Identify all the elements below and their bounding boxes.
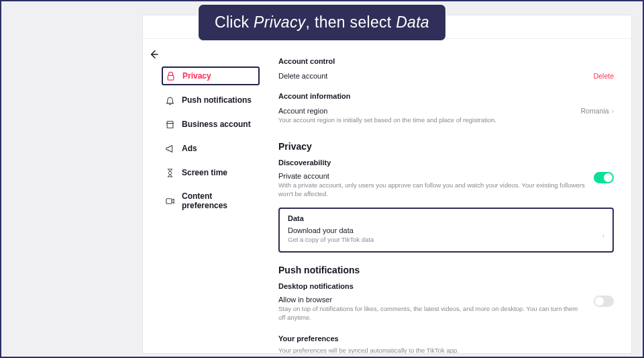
- account-region-value: Romania: [581, 107, 609, 115]
- data-heading: Data: [288, 214, 604, 222]
- lock-icon: [165, 71, 176, 81]
- download-data-desc: Get a copy of your TikTok data: [288, 236, 374, 244]
- sidebar-item-label: Business account: [182, 120, 251, 129]
- sidebar-item-privacy[interactable]: Privacy: [162, 66, 260, 85]
- account-region-desc: Your account region is initially set bas…: [278, 116, 573, 125]
- sidebar-item-ads[interactable]: Ads: [162, 139, 260, 158]
- privacy-heading: Privacy: [278, 141, 614, 152]
- svg-rect-0: [168, 75, 174, 80]
- discoverability-heading: Discoverability: [278, 159, 614, 167]
- settings-main: Account control Delete account Delete Ac…: [265, 48, 631, 353]
- your-prefs-desc: Your preferences will be synced automati…: [278, 347, 614, 353]
- instr-text-pre: Click: [215, 13, 254, 31]
- arrow-left-icon: [148, 49, 159, 60]
- allow-browser-label: Allow in browser: [278, 296, 586, 304]
- storefront-icon: [164, 119, 175, 130]
- megaphone-icon: [164, 143, 175, 154]
- instruction-banner: Click Privacy, then select Data: [198, 4, 446, 41]
- instr-em1: Privacy: [254, 13, 306, 31]
- allow-browser-toggle[interactable]: [594, 296, 614, 307]
- chevron-right-icon: ›: [602, 232, 604, 239]
- delete-account-row: Delete account Delete: [278, 71, 614, 84]
- bell-icon: [164, 95, 175, 105]
- instr-text-mid: , then select: [306, 13, 396, 31]
- push-heading: Push notifications: [278, 265, 614, 275]
- private-account-toggle[interactable]: [594, 172, 614, 183]
- sidebar-item-push[interactable]: Push notifications: [162, 91, 260, 109]
- desktop-notif-heading: Desktop notifications: [278, 282, 614, 290]
- account-info-heading: Account information: [278, 92, 614, 100]
- private-account-row: Private account With a private account, …: [278, 171, 614, 203]
- your-prefs-heading: Your preferences: [278, 334, 614, 343]
- app-window: Privacy Push notifications Business acco…: [142, 15, 632, 354]
- allow-browser-row: Allow in browser Stay on top of notifica…: [278, 294, 614, 326]
- sidebar-item-screentime[interactable]: Screen time: [162, 163, 260, 182]
- sidebar-item-label: Screen time: [182, 168, 227, 177]
- data-section-card[interactable]: Data Download your data Get a copy of yo…: [278, 208, 614, 253]
- account-region-label: Account region: [278, 107, 573, 115]
- svg-rect-1: [166, 198, 171, 204]
- delete-account-label: Delete account: [278, 72, 327, 80]
- settings-sidebar: Privacy Push notifications Business acco…: [143, 48, 265, 353]
- sidebar-item-label: Content preferences: [182, 191, 257, 210]
- sidebar-item-label: Privacy: [182, 71, 211, 81]
- sidebar-item-content[interactable]: Content preferences: [162, 187, 260, 214]
- sidebar-item-label: Ads: [182, 144, 197, 153]
- delete-account-link[interactable]: Delete: [594, 72, 614, 80]
- private-account-label: Private account: [278, 172, 586, 180]
- tutorial-frame: Click Privacy, then select Data Privacy …: [0, 0, 644, 358]
- hourglass-icon: [164, 167, 175, 178]
- private-account-desc: With a private account, only users you a…: [278, 181, 586, 199]
- sidebar-item-business[interactable]: Business account: [162, 115, 260, 134]
- account-control-heading: Account control: [278, 57, 614, 65]
- sidebar-item-label: Push notifications: [182, 95, 252, 105]
- back-button[interactable]: [146, 46, 162, 62]
- chevron-right-icon: ›: [612, 107, 614, 115]
- video-icon: [164, 195, 175, 206]
- instr-em2: Data: [396, 13, 429, 31]
- download-data-label: Download your data: [288, 226, 374, 234]
- account-region-row[interactable]: Account region Your account region is in…: [278, 105, 614, 129]
- allow-browser-desc: Stay on top of notifications for likes, …: [278, 305, 586, 322]
